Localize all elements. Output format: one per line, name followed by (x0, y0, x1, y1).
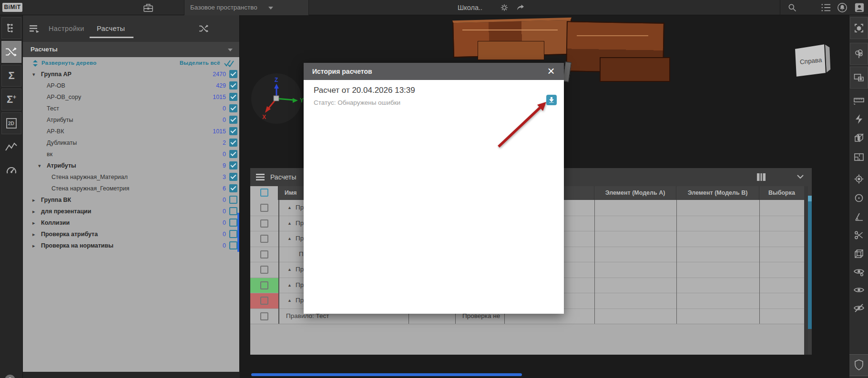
collapse-marker-icon[interactable]: ▲ (287, 216, 294, 231)
tree-row[interactable]: вк 0 (23, 149, 239, 160)
expand-arrow-icon[interactable]: ▸ (32, 194, 39, 206)
focus-select-tool[interactable] (850, 17, 868, 39)
tree-checkbox[interactable] (229, 241, 237, 249)
row-checkbox[interactable] (260, 204, 268, 212)
tree-row[interactable]: Тест 0 (23, 103, 239, 114)
tree-checkbox[interactable] (229, 116, 237, 124)
row-checkbox[interactable] (260, 250, 268, 259)
shield-tool[interactable] (849, 354, 868, 376)
tab-settings[interactable]: Настройки (49, 15, 84, 42)
sum-add-tool[interactable]: Σ+ (1, 89, 21, 110)
panel-menu-icon[interactable] (30, 25, 40, 33)
model-tree-tool[interactable] (1, 17, 21, 39)
tree-checkbox[interactable] (229, 161, 237, 169)
expand-tree-link[interactable]: Развернуть дерево (41, 60, 97, 66)
collapse-marker-icon[interactable]: ▲ (287, 200, 294, 216)
table-row-name[interactable]: Пр (296, 293, 304, 308)
tree-checkbox[interactable] (229, 104, 237, 112)
row-checkbox[interactable] (260, 281, 268, 289)
briefcase-icon[interactable] (143, 3, 153, 12)
angle-tool[interactable] (850, 209, 868, 226)
tree-checkbox[interactable] (229, 139, 237, 147)
table-row-name[interactable]: Пр (296, 278, 304, 293)
expand-arrow-icon[interactable]: ▾ (38, 160, 45, 171)
tree-checkbox[interactable] (229, 230, 237, 238)
tree-row[interactable]: ▸ Проверка атрибута 0 (23, 229, 239, 240)
tree-checkbox[interactable] (229, 173, 237, 181)
graph-tool[interactable] (1, 136, 21, 158)
tree-row[interactable]: ▸ Коллизии 0 (23, 217, 239, 229)
tree-checkbox[interactable] (229, 196, 237, 204)
table-row-name[interactable]: Пр (296, 231, 304, 247)
project-title[interactable]: Школа.. (458, 0, 482, 15)
visibility-off-tool[interactable] (850, 299, 868, 317)
selection-copy-tool[interactable] (850, 67, 868, 89)
gauge-tool[interactable] (1, 160, 21, 182)
double-check-icon[interactable] (224, 60, 235, 67)
notifications-icon[interactable] (837, 2, 848, 13)
share-icon[interactable] (516, 3, 525, 12)
tree-row[interactable]: АР-ОВ 429 (23, 80, 239, 91)
table-vertical-scrollbar[interactable] (808, 186, 812, 355)
row-checkbox[interactable] (260, 312, 268, 320)
tree-row[interactable]: Стена наружная_Материал 3 (23, 171, 239, 183)
expand-arrow-icon[interactable]: ▸ (32, 240, 39, 251)
app-logo[interactable]: BiMiT (2, 3, 22, 12)
view-2d-tool[interactable]: 2D (1, 112, 21, 134)
select-all-checkbox[interactable] (260, 189, 268, 197)
collapse-marker-icon[interactable]: ▲ (287, 262, 294, 278)
tree-checkbox[interactable] (229, 70, 237, 78)
cut-tool[interactable] (850, 227, 868, 244)
tree-row[interactable]: ▸ для презентации 0 (23, 206, 239, 217)
expand-arrow-icon[interactable]: ▸ (32, 206, 39, 217)
tree-row[interactable]: ▸ Группа ВК 0 (23, 194, 239, 206)
navigation-cube[interactable]: Справа (786, 38, 833, 86)
tree-checkbox[interactable] (229, 93, 237, 101)
collapse-marker-icon[interactable]: ▲ (287, 231, 294, 247)
flash-compare-tool[interactable] (850, 110, 868, 128)
download-report-button[interactable] (546, 95, 557, 105)
tree-checkbox[interactable] (229, 219, 237, 227)
wireframe-cube-tool[interactable] (850, 245, 868, 262)
workspace-selector[interactable]: Базовое пространство (184, 0, 309, 15)
tree-row[interactable]: ▾ Атрибуты 9 (23, 160, 239, 171)
table-row-name[interactable]: Пр (296, 216, 304, 231)
tree-row[interactable]: Стена наружная_Геометрия 6 (23, 183, 239, 194)
sum-tool[interactable]: Σ (1, 65, 21, 87)
select-all-link[interactable]: Выделить всё (180, 60, 220, 66)
tree-row[interactable]: Дубликаты 2 (23, 137, 239, 149)
eye-settings-tool[interactable] (850, 263, 868, 280)
axis-gizmo[interactable]: Z Y X (249, 71, 304, 126)
column-element-model-b[interactable]: Элемент (Модель B) (676, 186, 759, 200)
shuffle-icon[interactable] (199, 24, 209, 33)
row-checkbox[interactable] (260, 297, 268, 305)
visibility-tool[interactable] (850, 281, 868, 298)
circle-tool[interactable] (850, 189, 868, 207)
row-checkbox[interactable] (260, 219, 268, 228)
collapse-chevron-icon[interactable] (797, 174, 804, 179)
tree-checkbox[interactable] (229, 127, 237, 135)
row-checkbox[interactable] (260, 266, 268, 274)
table-row-name[interactable]: Пр (296, 262, 304, 278)
section-box-tool[interactable] (850, 129, 868, 147)
checks-tool-active[interactable] (1, 41, 21, 63)
tree-checkbox[interactable] (229, 81, 237, 90)
row-checkbox[interactable] (260, 235, 268, 243)
tree-row[interactable]: АР-ВК 1015 (23, 126, 239, 137)
menu-icon[interactable] (256, 173, 265, 181)
column-selection[interactable]: Выборка (759, 186, 804, 200)
tree-row[interactable]: ▾ Группа АР 2470 (23, 69, 239, 80)
expand-arrow-icon[interactable]: ▸ (32, 229, 39, 240)
gear-icon[interactable] (500, 3, 509, 12)
scrollbar-thumb[interactable] (808, 196, 812, 329)
account-icon[interactable] (854, 2, 865, 13)
tree-checkbox[interactable] (229, 184, 237, 192)
table-row-name[interactable]: Пр (296, 200, 304, 216)
locate-tool[interactable] (850, 170, 868, 188)
calcs-section-header[interactable]: Расчеты (23, 42, 239, 57)
expand-arrow-icon[interactable]: ▸ (32, 217, 39, 229)
floorplan-tool[interactable] (850, 149, 868, 166)
select-all-cell[interactable] (250, 186, 279, 200)
collapse-marker-icon[interactable]: ▲ (287, 293, 294, 308)
column-element-model-a[interactable]: Элемент (Модель А) (594, 186, 676, 200)
